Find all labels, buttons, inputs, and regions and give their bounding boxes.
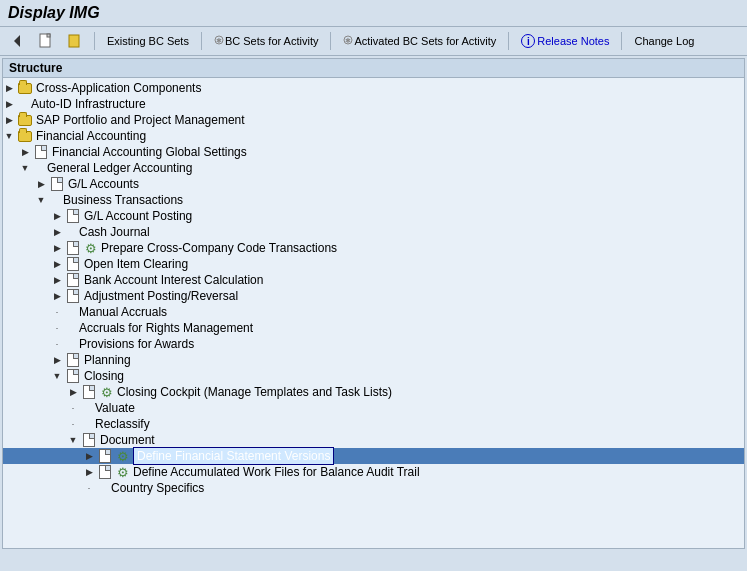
gear-icon: ⚙ bbox=[116, 449, 130, 463]
existing-bc-sets-btn[interactable]: Existing BC Sets bbox=[103, 33, 193, 49]
toolbar: Existing BC Sets ✱BC Sets for Activity ✱… bbox=[0, 27, 747, 56]
tree-item-label: SAP Portfolio and Project Management bbox=[36, 113, 245, 127]
doc-icon bbox=[65, 353, 81, 367]
expander-icon: · bbox=[67, 402, 79, 414]
doc-icon bbox=[65, 273, 81, 287]
bc-sets-activity-btn[interactable]: ✱BC Sets for Activity bbox=[210, 33, 323, 49]
expander-icon[interactable]: ▶ bbox=[83, 466, 95, 478]
expander-icon[interactable]: ▶ bbox=[3, 98, 15, 110]
expander-icon[interactable]: ▶ bbox=[3, 114, 15, 126]
tree-item-label: Cash Journal bbox=[79, 225, 150, 239]
expander-icon[interactable]: ▶ bbox=[51, 226, 63, 238]
doc-icon bbox=[65, 257, 81, 271]
tree-item-cash-journal[interactable]: ▶Cash Journal bbox=[3, 224, 744, 240]
tree-item-sap-portfolio[interactable]: ▶SAP Portfolio and Project Management bbox=[3, 112, 744, 128]
doc-icon bbox=[65, 369, 81, 383]
nav-btn-1[interactable] bbox=[6, 30, 30, 52]
tree-item-gl-posting[interactable]: ▶G/L Account Posting bbox=[3, 208, 744, 224]
bc-sets-activity-label: BC Sets for Activity bbox=[225, 35, 319, 47]
svg-marker-0 bbox=[14, 35, 20, 47]
folder-icon bbox=[17, 81, 33, 95]
tree-item-label: Closing Cockpit (Manage Templates and Ta… bbox=[117, 385, 392, 399]
tree-item-closing[interactable]: ▼Closing bbox=[3, 368, 744, 384]
tree-item-label: Open Item Clearing bbox=[84, 257, 188, 271]
tree-item-general-ledger[interactable]: ▼General Ledger Accounting bbox=[3, 160, 744, 176]
tree-item-bank-interest[interactable]: ▶Bank Account Interest Calculation bbox=[3, 272, 744, 288]
expander-icon[interactable]: ▶ bbox=[51, 354, 63, 366]
doc-icon bbox=[49, 177, 65, 191]
tree-item-open-item[interactable]: ▶Open Item Clearing bbox=[3, 256, 744, 272]
release-notes-btn[interactable]: iRelease Notes bbox=[517, 32, 613, 50]
folder-icon bbox=[17, 129, 33, 143]
tree-item-cross-company[interactable]: ▶⚙Prepare Cross-Company Code Transaction… bbox=[3, 240, 744, 256]
info-icon: i bbox=[521, 34, 535, 48]
expander-icon[interactable]: ▶ bbox=[51, 210, 63, 222]
activated-bc-sets-btn[interactable]: ✱Activated BC Sets for Activity bbox=[339, 33, 500, 49]
tree-item-label: Planning bbox=[84, 353, 131, 367]
expander-icon[interactable]: ▼ bbox=[51, 370, 63, 382]
tree: ▶Cross-Application Components▶Auto-ID In… bbox=[3, 78, 744, 498]
activated-bc-sets-label: Activated BC Sets for Activity bbox=[354, 35, 496, 47]
tree-item-closing-cockpit[interactable]: ▶⚙Closing Cockpit (Manage Templates and … bbox=[3, 384, 744, 400]
tree-item-label: Auto-ID Infrastructure bbox=[31, 97, 146, 111]
expander-icon[interactable]: ▶ bbox=[51, 258, 63, 270]
tree-item-label: Document bbox=[100, 433, 155, 447]
nav-btn-3[interactable] bbox=[62, 30, 86, 52]
tree-item-label: Cross-Application Components bbox=[36, 81, 201, 95]
tree-item-financial-acc[interactable]: ▼Financial Accounting bbox=[3, 128, 744, 144]
tree-item-define-accum[interactable]: ▶⚙Define Accumulated Work Files for Bala… bbox=[3, 464, 744, 480]
expander-icon: · bbox=[51, 306, 63, 318]
expander-icon[interactable]: ▶ bbox=[83, 450, 95, 462]
tree-item-gl-accounts[interactable]: ▶G/L Accounts bbox=[3, 176, 744, 192]
tree-item-biz-trans[interactable]: ▼Business Transactions bbox=[3, 192, 744, 208]
doc-icon bbox=[33, 145, 49, 159]
tree-item-fin-acc-global[interactable]: ▶Financial Accounting Global Settings bbox=[3, 144, 744, 160]
svg-rect-2 bbox=[47, 34, 50, 37]
expander-icon[interactable]: ▼ bbox=[3, 130, 15, 142]
change-log-btn[interactable]: Change Log bbox=[630, 33, 698, 49]
tree-item-label: G/L Accounts bbox=[68, 177, 139, 191]
expander-icon[interactable]: ▼ bbox=[35, 194, 47, 206]
expander-icon: · bbox=[51, 338, 63, 350]
tree-item-label: Prepare Cross-Company Code Transactions bbox=[101, 241, 337, 255]
expander-icon[interactable]: ▶ bbox=[51, 242, 63, 254]
expander-icon[interactable]: ▶ bbox=[51, 290, 63, 302]
doc-icon bbox=[65, 241, 81, 255]
selected-item-text: Define Financial Statement Versions bbox=[133, 447, 334, 465]
tree-item-auto-id[interactable]: ▶Auto-ID Infrastructure bbox=[3, 96, 744, 112]
tree-item-adj-posting[interactable]: ▶Adjustment Posting/Reversal bbox=[3, 288, 744, 304]
expander-icon[interactable]: ▶ bbox=[35, 178, 47, 190]
tree-item-label: Adjustment Posting/Reversal bbox=[84, 289, 238, 303]
folder-icon bbox=[17, 113, 33, 127]
tree-item-label: Closing bbox=[84, 369, 124, 383]
tree-item-provisions[interactable]: ·Provisions for Awards bbox=[3, 336, 744, 352]
tree-item-manual-accruals[interactable]: ·Manual Accruals bbox=[3, 304, 744, 320]
expander-icon: · bbox=[51, 322, 63, 334]
tree-item-label: General Ledger Accounting bbox=[47, 161, 192, 175]
tree-item-label: Reclassify bbox=[95, 417, 150, 431]
tree-item-valuate[interactable]: ·Valuate bbox=[3, 400, 744, 416]
doc-icon bbox=[97, 465, 113, 479]
tree-item-label: Bank Account Interest Calculation bbox=[84, 273, 263, 287]
tree-item-planning[interactable]: ▶Planning bbox=[3, 352, 744, 368]
expander-icon[interactable]: ▼ bbox=[67, 434, 79, 446]
tree-item-document[interactable]: ▼Document bbox=[3, 432, 744, 448]
expander-icon[interactable]: ▶ bbox=[19, 146, 31, 158]
tree-item-label: Provisions for Awards bbox=[79, 337, 194, 351]
tree-item-country-spec[interactable]: ·Country Specifics bbox=[3, 480, 744, 496]
expander-icon[interactable]: ▶ bbox=[67, 386, 79, 398]
expander-icon[interactable]: ▶ bbox=[51, 274, 63, 286]
tree-item-label: Business Transactions bbox=[63, 193, 183, 207]
separator-4 bbox=[508, 32, 509, 50]
tree-item-define-fin-stmt[interactable]: ▶⚙Define Financial Statement Versions bbox=[3, 448, 744, 464]
tree-item-cross-app[interactable]: ▶Cross-Application Components bbox=[3, 80, 744, 96]
expander-icon[interactable]: ▼ bbox=[19, 162, 31, 174]
tree-item-reclassify[interactable]: ·Reclassify bbox=[3, 416, 744, 432]
nav-btn-2[interactable] bbox=[34, 30, 58, 52]
structure-header: Structure bbox=[3, 59, 744, 78]
tree-item-accruals-rights[interactable]: ·Accruals for Rights Management bbox=[3, 320, 744, 336]
separator-1 bbox=[94, 32, 95, 50]
structure-panel: Structure ▶Cross-Application Components▶… bbox=[2, 58, 745, 549]
tree-item-label: G/L Account Posting bbox=[84, 209, 192, 223]
expander-icon[interactable]: ▶ bbox=[3, 82, 15, 94]
